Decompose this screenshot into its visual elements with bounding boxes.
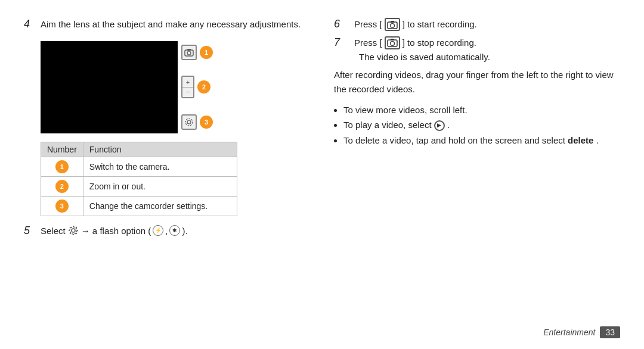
table-cell-func: Zoom in or out. xyxy=(83,176,237,196)
step5-text: Select → a flash option ( ⚡ , ✱ ). xyxy=(41,225,188,236)
camera-icon-step6 xyxy=(385,18,400,31)
svg-rect-2 xyxy=(187,49,191,51)
svg-point-11 xyxy=(390,42,394,46)
step7-text: Press [ ] to stop recording. xyxy=(354,36,490,50)
step7-prefix: Press [ xyxy=(354,36,382,50)
table-cell-num: 1 xyxy=(41,157,83,176)
zoom-control-icon: + − xyxy=(181,76,194,98)
right-column: 6 Press [ ] to start recording. 7 xyxy=(322,18,620,331)
camera-switch-icon xyxy=(181,45,197,60)
step6-prefix: Press [ xyxy=(354,18,382,32)
svg-rect-9 xyxy=(391,21,394,23)
function-table: Number Function 1Switch to the camera.2Z… xyxy=(41,142,237,216)
step6-block: 6 Press [ ] to start recording. xyxy=(334,18,620,32)
step5-select: Select xyxy=(41,226,66,236)
table-header-function: Function xyxy=(83,142,237,157)
step4-text: Aim the lens at the subject and make any… xyxy=(41,18,301,32)
delete-word: delete xyxy=(568,135,593,145)
step5-close: ). xyxy=(182,226,187,236)
step4-block: 4 Aim the lens at the subject and make a… xyxy=(24,18,304,32)
flash-icon1: ⚡ xyxy=(153,225,163,236)
step6-text: Press [ ] to start recording. xyxy=(354,18,477,32)
bullet3: To delete a video, tap and hold on the s… xyxy=(343,133,620,148)
step7-block: 7 Press [ ] to stop recording. The video… xyxy=(334,36,620,64)
page-footer: Entertainment 33 xyxy=(543,326,620,338)
badge1: 1 xyxy=(200,46,213,59)
play-icon: ▶ xyxy=(434,120,445,131)
table-cell-func: Change the camcorder settings. xyxy=(83,196,237,216)
after-recording-text: After recording videos, drag your finger… xyxy=(334,68,620,96)
step7-number: 7 xyxy=(334,36,346,49)
table-cell-num: 3 xyxy=(41,196,83,216)
table-badge-2: 2 xyxy=(55,180,69,193)
table-row: 3Change the camcorder settings. xyxy=(41,196,237,216)
flash-icon2: ✱ xyxy=(169,225,180,236)
table-badge-3: 3 xyxy=(55,200,69,213)
control1-row: 1 xyxy=(181,45,213,60)
table-badge-1: 1 xyxy=(55,160,69,173)
settings-icon xyxy=(181,114,197,130)
step5-arrow: → a flash option ( xyxy=(81,226,151,236)
bullet1: To view more videos, scroll left. xyxy=(343,102,620,118)
step6-number: 6 xyxy=(334,18,346,30)
gear-icon xyxy=(67,225,79,236)
badge3: 3 xyxy=(200,116,213,129)
svg-point-8 xyxy=(390,23,394,27)
table-row: 1Switch to the camera. xyxy=(41,157,237,176)
control2-row: + − 2 xyxy=(181,76,213,98)
svg-point-1 xyxy=(187,51,191,55)
table-row: 2Zoom in or out. xyxy=(41,176,237,196)
step4-number: 4 xyxy=(24,18,36,30)
step7-suffix: ] to stop recording. xyxy=(402,36,476,50)
table-header-number: Number xyxy=(41,142,83,157)
camera-inner-icon xyxy=(387,20,398,29)
svg-point-3 xyxy=(187,120,191,124)
step6-suffix: ] to start recording. xyxy=(402,18,477,32)
camera-viewfinder xyxy=(41,41,178,133)
step5-number: 5 xyxy=(24,225,36,237)
footer-section: Entertainment xyxy=(543,328,595,337)
camera-controls: 1 + − 2 xyxy=(181,41,213,133)
page-container: 4 Aim the lens at the subject and make a… xyxy=(0,0,644,349)
control3-row: 3 xyxy=(181,114,213,130)
bullet-list: To view more videos, scroll left. To pla… xyxy=(343,102,620,148)
camera-area: 1 + − 2 xyxy=(41,41,304,133)
table-cell-func: Switch to the camera. xyxy=(83,157,237,176)
svg-point-5 xyxy=(72,229,75,232)
svg-point-4 xyxy=(185,119,193,126)
svg-rect-12 xyxy=(391,39,394,40)
svg-point-6 xyxy=(70,227,77,234)
badge2: 2 xyxy=(197,80,210,94)
left-column: 4 Aim the lens at the subject and make a… xyxy=(24,18,322,331)
step7-note: The video is saved automatically. xyxy=(359,51,490,64)
bullet2: To play a video, select ▶ . xyxy=(343,117,620,133)
step5-comma: , xyxy=(165,226,168,236)
page-number: 33 xyxy=(600,326,620,338)
step7-content: Press [ ] to stop recording. The video i… xyxy=(354,36,490,64)
step5-block: 5 Select → a flash option ( ⚡ , ✱ ). xyxy=(24,225,304,237)
table-cell-num: 2 xyxy=(41,176,83,196)
camera-icon-step7 xyxy=(385,36,400,49)
